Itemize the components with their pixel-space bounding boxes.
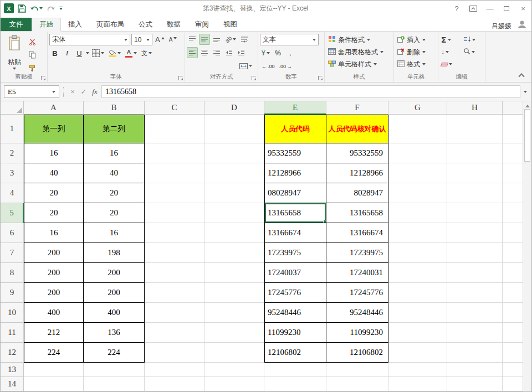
column-header-H[interactable]: H [447,101,503,115]
row-header-13[interactable]: 13 [1,363,24,377]
cell-A6[interactable]: 16 [24,223,84,243]
cell-E3[interactable]: 12128966 [264,163,326,183]
ribbon-display-icon[interactable] [465,1,482,16]
enter-icon[interactable]: ✓ [78,86,89,98]
cell-C7[interactable] [145,243,204,263]
row-header-4[interactable]: 4 [1,183,24,203]
tab-insert[interactable]: 插入 [61,18,89,31]
cell-A12[interactable]: 224 [24,343,84,363]
row-header-1[interactable]: 1 [1,115,24,143]
cell-D5[interactable] [204,203,264,223]
comma-style-icon[interactable]: , [285,48,296,59]
alignment-dialog-launcher[interactable] [252,76,256,80]
cell-D8[interactable] [204,263,264,283]
save-icon[interactable] [18,4,26,13]
maximize-icon[interactable] [498,1,515,16]
cell-E4[interactable]: 08028947 [264,183,326,203]
format-as-table-button[interactable]: 套用表格格式 [326,46,392,58]
align-center-icon[interactable] [199,47,210,58]
vertical-scrollbar[interactable] [523,101,531,391]
cell-C14[interactable] [145,377,204,391]
cell-D3[interactable] [204,163,264,183]
cell-G5[interactable] [388,203,447,223]
increase-indent-icon[interactable] [236,47,247,58]
cell-F8[interactable]: 17240031 [326,263,388,283]
row-header-3[interactable]: 3 [1,163,24,183]
borders-icon[interactable] [90,48,106,59]
row-header-6[interactable]: 6 [1,223,24,243]
format-painter-icon[interactable] [27,64,38,74]
cancel-icon[interactable]: × [67,86,78,98]
row-header-2[interactable]: 2 [1,143,24,163]
cell-G12[interactable] [388,343,447,363]
expand-formula-bar-icon[interactable] [520,91,530,93]
cell-H1[interactable] [447,115,503,143]
row-header-10[interactable]: 10 [1,303,24,323]
orientation-icon[interactable]: ab [223,34,238,45]
cell-H7[interactable] [447,243,503,263]
font-color-icon[interactable]: A [124,48,139,59]
cell-C8[interactable] [145,263,204,283]
align-middle-icon[interactable] [199,34,210,45]
paste-button[interactable]: 粘贴 [2,34,27,70]
cell-B10[interactable]: 400 [84,303,145,323]
format-button[interactable]: 格式 [396,58,436,70]
cell-D10[interactable] [204,303,264,323]
cut-icon[interactable] [27,37,38,47]
font-family-select[interactable]: 宋体 [49,34,130,45]
fill-button[interactable]: ↓ [440,48,462,56]
sort-filter-button[interactable] [462,36,484,44]
cell-G14[interactable] [388,377,447,391]
close-icon[interactable]: × [515,1,531,16]
cell-A14[interactable] [24,377,84,391]
delete-button[interactable]: 删除 [396,46,436,58]
find-select-button[interactable] [462,48,484,56]
tab-page-layout[interactable]: 页面布局 [89,18,131,31]
avatar-icon[interactable] [515,18,529,31]
cell-E9[interactable]: 17245776 [264,283,326,303]
cell-B4[interactable]: 20 [84,183,145,203]
cell-C1[interactable] [145,115,204,143]
font-size-select[interactable]: 10 [131,34,152,45]
tab-view[interactable]: 视图 [216,18,244,31]
cell-D11[interactable] [204,323,264,343]
tab-file[interactable]: 文件 [1,18,32,31]
cell-H4[interactable] [447,183,503,203]
column-header-F[interactable]: F [326,101,388,115]
collapse-ribbon-icon[interactable] [518,73,524,79]
underline-button[interactable]: U [74,48,85,59]
cell-E7[interactable]: 17239975 [264,243,326,263]
cell-H10[interactable] [447,303,503,323]
cell-A2[interactable]: 16 [24,143,84,163]
select-all-corner[interactable] [1,101,24,115]
cell-D1[interactable] [204,115,264,143]
row-header-7[interactable]: 7 [1,243,24,263]
cell-A10[interactable]: 400 [24,303,84,323]
cell-G4[interactable] [388,183,447,203]
scroll-up-icon[interactable] [525,105,530,107]
cell-F4[interactable]: 8028947 [326,183,388,203]
cell-B13[interactable] [84,363,145,377]
wrap-text-icon[interactable] [239,34,250,45]
cell-D13[interactable] [204,363,264,377]
clear-button[interactable] [440,63,462,66]
grow-font-icon[interactable]: A [154,34,166,45]
cell-G9[interactable] [388,283,447,303]
cell-F9[interactable]: 17245776 [326,283,388,303]
formula-input[interactable]: 13165658 [101,85,520,98]
cell-C11[interactable] [145,323,204,343]
cell-H2[interactable] [447,143,503,163]
cell-B11[interactable]: 136 [84,323,145,343]
copy-icon[interactable] [27,50,38,60]
cell-A3[interactable]: 40 [24,163,84,183]
undo-dropdown-icon[interactable] [39,7,43,9]
cell-G8[interactable] [388,263,447,283]
row-header-14[interactable]: 14 [1,377,24,391]
cell-F5[interactable]: 13165658 [326,203,388,223]
cell-D7[interactable] [204,243,264,263]
tab-data[interactable]: 数据 [160,18,188,31]
cell-C2[interactable] [145,143,204,163]
cell-H13[interactable] [447,363,503,377]
tab-home[interactable]: 开始 [32,18,61,32]
cell-G7[interactable] [388,243,447,263]
